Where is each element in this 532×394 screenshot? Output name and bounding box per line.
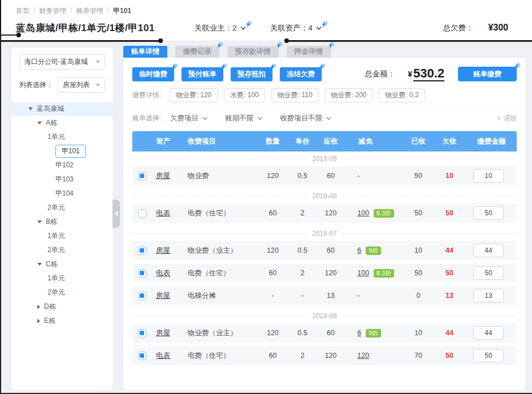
- total-amount-value: 530.2: [413, 67, 444, 81]
- table-row: 房屋物业费1200.560-5010: [132, 166, 517, 185]
- sidebar-tree-item-甲101[interactable]: 甲101: [11, 144, 113, 158]
- payment-amount-input[interactable]: [473, 326, 504, 340]
- currency-symbol: ¥: [408, 70, 412, 79]
- bill-filter-row: 账单选择: 欠费项目账期不限收费项目不限 × 清除: [132, 108, 517, 129]
- deduction-value[interactable]: 100: [357, 269, 369, 277]
- sidebar-tree-item-2单元[interactable]: 2单元: [11, 201, 113, 215]
- payment-amount-input[interactable]: [473, 244, 504, 257]
- tab-预存款详情[interactable]: 预存款详情: [227, 46, 279, 58]
- row-checkbox-checked[interactable]: [138, 292, 146, 300]
- asset-link[interactable]: 房屋: [156, 329, 170, 337]
- sidebar-tree-item-2单元[interactable]: 2单元: [11, 243, 113, 257]
- deduction-value[interactable]: 120: [357, 352, 369, 360]
- payment-amount-input[interactable]: [473, 289, 504, 302]
- sidebar-tree-item-2单元[interactable]: 2单元: [11, 285, 113, 300]
- payment-amount-input[interactable]: [473, 169, 504, 183]
- fee-item: 物业费（业主）: [180, 246, 257, 256]
- spark-icon: [275, 42, 283, 49]
- payment-amount-input[interactable]: [473, 206, 504, 220]
- sidebar-tree-item-E栋[interactable]: E栋: [11, 314, 113, 328]
- unit-price: 0.5: [288, 329, 317, 337]
- payment-amount-input[interactable]: [473, 266, 504, 280]
- tree-item-label: 1单元: [47, 132, 65, 142]
- quantity: 120: [257, 246, 288, 254]
- asset-link[interactable]: 电表: [156, 269, 170, 277]
- payment-amount-input[interactable]: [473, 349, 504, 362]
- spark-icon: [513, 63, 521, 70]
- row-checkbox-checked[interactable]: [138, 246, 146, 255]
- asset-link[interactable]: 电表: [156, 352, 170, 360]
- asset-link[interactable]: 房屋: [156, 172, 170, 180]
- deduction-cell: -: [345, 172, 404, 180]
- sidebar-tree-item-1单元[interactable]: 1单元: [11, 229, 113, 243]
- fee-item: 物业费（业主）: [180, 328, 257, 338]
- arrears: 10: [432, 172, 466, 180]
- sidebar-tree-item-A栋[interactable]: A栋: [11, 116, 113, 130]
- sidebar-tree-item-D栋[interactable]: D栋: [11, 300, 113, 314]
- breadcrumb-item[interactable]: 账单管理: [76, 6, 103, 16]
- asset-link[interactable]: 电表: [156, 209, 170, 217]
- discount-badge: 8.3折: [374, 269, 394, 278]
- received: 50: [404, 269, 432, 277]
- company-select[interactable]: 海口分公司-蓝岛康城: [19, 54, 105, 70]
- action-button-预存抵扣[interactable]: 预存抵扣: [231, 67, 273, 81]
- deduction-value[interactable]: 6: [357, 329, 361, 337]
- quantity: 60: [257, 269, 288, 277]
- table-body: 2018-09房屋物业费1200.560-50102018-08电表电费（住宅）…: [132, 151, 517, 365]
- payment-details-row: 缴费详情: 物业费: 120水费: 100物业费: 110物业费: 200物业费…: [132, 83, 517, 108]
- tab-缴费记录[interactable]: 缴费记录: [175, 46, 219, 58]
- deduction-cell: 120: [345, 352, 404, 360]
- row-checkbox-checked[interactable]: [138, 352, 146, 360]
- row-checkbox-checked[interactable]: [138, 172, 146, 180]
- related-owner-toggle[interactable]: 关联业主：2: [194, 23, 246, 33]
- chevron-down-icon: [315, 25, 322, 32]
- sidebar-tree-item-1单元[interactable]: 1单元: [11, 130, 113, 144]
- clear-filters-button[interactable]: × 清除: [497, 114, 517, 123]
- action-button-临时缴费[interactable]: 临时缴费: [132, 67, 174, 81]
- breadcrumb-item[interactable]: 财务管理: [39, 6, 66, 16]
- sidebar-tree-item-B栋[interactable]: B栋: [11, 215, 113, 229]
- filter-dropdown-账期不限[interactable]: 账期不限: [225, 114, 263, 123]
- sidebar-tree-item-C栋[interactable]: C栋: [11, 257, 113, 271]
- sidebar-tree-item-蓝岛康城[interactable]: 蓝岛康城: [11, 102, 113, 116]
- tree-caret-icon: [37, 305, 40, 309]
- related-asset-toggle[interactable]: 关联资产：4: [270, 23, 322, 33]
- sidebar-tree-item-甲102[interactable]: 甲102: [11, 158, 113, 172]
- action-button-冻结欠费[interactable]: 冻结欠费: [280, 67, 322, 81]
- asset-link[interactable]: 房屋: [156, 246, 170, 254]
- sidebar-tree-item-1单元[interactable]: 1单元: [11, 271, 113, 285]
- filter-dropdown-欠费项目[interactable]: 欠费项目: [170, 114, 208, 123]
- asset-link[interactable]: 房屋: [156, 292, 170, 300]
- sidebar: 海口分公司-蓝岛康城 列表选择： 房屋列表 蓝岛康城A栋1单元甲101甲102甲…: [11, 47, 113, 390]
- sidebar-tree-item-甲103[interactable]: 甲103: [11, 172, 113, 187]
- asset-tree: 蓝岛康城A栋1单元甲101甲102甲103甲1042单元B栋1单元2单元C栋1单…: [11, 102, 113, 328]
- chevron-down-icon: [96, 84, 100, 86]
- payment-detail-chip: 物业费: 120: [170, 88, 218, 102]
- sidebar-tree-item-甲104[interactable]: 甲104: [11, 187, 113, 201]
- column-header-已收: 已收: [404, 137, 432, 146]
- row-checkbox-unchecked[interactable]: [138, 209, 146, 218]
- breadcrumb: 首页/财务管理/账单管理/甲101: [16, 6, 131, 16]
- breadcrumb-item[interactable]: 首页: [16, 6, 29, 16]
- deduction-value[interactable]: 100: [357, 209, 369, 217]
- deduction-value[interactable]: 6: [357, 246, 361, 254]
- spark-icon: [327, 42, 335, 49]
- tab-账单详情[interactable]: 账单详情: [123, 46, 167, 58]
- row-checkbox-checked[interactable]: [138, 269, 146, 278]
- tab-押金详情[interactable]: 押金详情: [287, 46, 331, 58]
- billing-period-divider: 2018-08: [132, 189, 517, 204]
- pay-bill-button[interactable]: 账单缴费: [458, 67, 517, 81]
- row-checkbox-checked[interactable]: [138, 329, 146, 337]
- payment-details-label: 缴费详情:: [132, 90, 161, 100]
- tree-caret-icon: [37, 220, 42, 223]
- filter-dropdown-收费项目不限[interactable]: 收费项目不限: [280, 114, 332, 123]
- column-header-欠收: 欠收: [432, 137, 466, 146]
- annotation-line: [0, 40, 161, 42]
- sidebar-collapse-handle[interactable]: [113, 200, 120, 228]
- list-type-select[interactable]: 房屋列表: [58, 77, 105, 93]
- action-button-预付账单[interactable]: 预付账单: [181, 67, 223, 81]
- annotation-left-edge-line: [0, 0, 1, 394]
- close-icon: ×: [497, 115, 501, 123]
- received: 70: [404, 352, 432, 360]
- billing-period-label: 2018-07: [312, 230, 337, 237]
